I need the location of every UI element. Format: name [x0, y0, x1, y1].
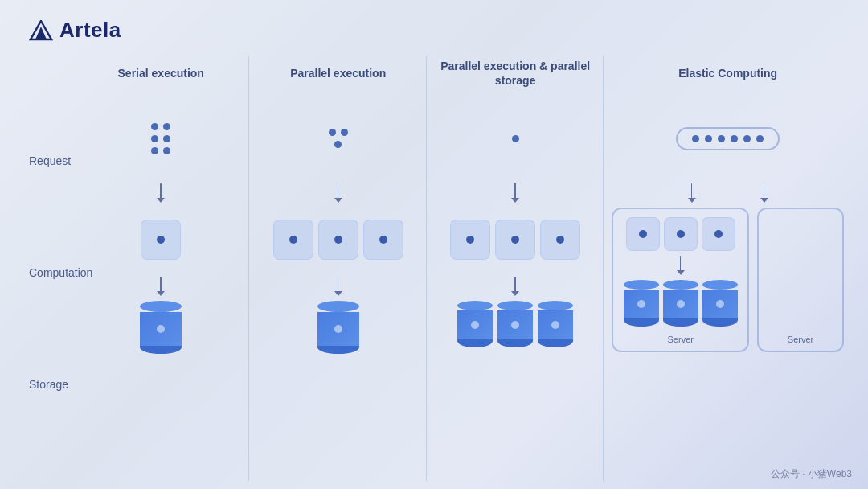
elastic-server-2-box: Server	[757, 208, 844, 352]
dot	[151, 135, 158, 142]
ps-cylinder-3	[538, 301, 573, 347]
logo-text: Artela	[59, 18, 121, 43]
serial-dots	[151, 123, 170, 154]
comp-dot	[556, 236, 564, 244]
comp-dot	[466, 236, 474, 244]
comp-dot	[639, 230, 647, 238]
dot	[512, 135, 519, 142]
dot	[163, 123, 170, 130]
comp-dot	[714, 230, 723, 238]
dot	[718, 135, 725, 142]
ps-comp-box-2	[495, 220, 535, 260]
artela-logo-icon	[29, 20, 53, 41]
column-elastic: Elastic Computing	[604, 48, 852, 489]
serial-storage-row	[80, 301, 241, 381]
dot	[756, 135, 764, 142]
serial-arrow-2	[157, 272, 165, 301]
elastic-arrows-row	[688, 179, 768, 208]
parallel-dots	[329, 129, 348, 148]
dot	[151, 123, 158, 130]
comp-dot	[334, 236, 342, 244]
serial-arrow-1	[157, 179, 165, 208]
comp-dot	[511, 236, 519, 244]
elastic-request-pill	[676, 127, 780, 150]
request-label: Request	[29, 154, 72, 167]
ps-comp-box-1	[450, 220, 490, 260]
parallel-computation-row	[257, 208, 418, 272]
dot	[329, 129, 336, 136]
column-parallel: Parallel execution	[249, 48, 426, 489]
elastic-request-row	[612, 98, 844, 179]
parallel-arrow-1	[334, 179, 342, 208]
ps-dots	[512, 135, 519, 142]
parallel-storage-row	[257, 301, 418, 381]
elastic-comp-box-2	[664, 217, 698, 251]
elastic-cyl-3	[702, 280, 738, 327]
elastic-arrow-right	[760, 183, 768, 203]
ps-cylinder-2	[497, 301, 533, 347]
column-parallel-storage-content	[427, 98, 604, 489]
dot	[692, 135, 699, 142]
comp-dot	[379, 236, 387, 244]
elastic-cyl-1	[624, 280, 659, 327]
parallel-cylinder	[317, 301, 359, 381]
serial-cylinder	[140, 301, 182, 381]
column-parallel-storage-title: Parallel execution & parallel storage	[427, 56, 604, 90]
column-elastic-title: Elastic Computing	[678, 56, 777, 90]
elastic-s1-storage-row	[624, 280, 738, 327]
elastic-servers-row: Server Server	[612, 208, 844, 352]
dot	[731, 135, 738, 142]
comp-dot	[677, 230, 685, 238]
parallel-request-row	[257, 98, 418, 179]
elastic-s1-arrow	[677, 256, 685, 275]
ps-arrow-1	[511, 179, 519, 208]
storage-label: Storage	[29, 378, 72, 391]
elastic-comp-box-3	[702, 217, 735, 251]
dot	[334, 141, 342, 148]
ps-storage-row	[435, 301, 596, 381]
serial-comp-box	[141, 220, 181, 260]
column-parallel-content	[249, 98, 426, 489]
serial-computation-row	[80, 208, 241, 272]
column-elastic-content: Server Server	[604, 98, 852, 489]
serial-request-row	[80, 98, 241, 179]
ps-request-row	[435, 98, 596, 179]
column-parallel-storage: Parallel execution & parallel storage	[427, 48, 604, 489]
diagram-area: Request Computation Storage Serial execu…	[0, 48, 868, 489]
logo: Artela	[29, 18, 121, 43]
parallel-arrow-2	[334, 272, 342, 301]
computation-label: Computation	[29, 266, 72, 279]
column-parallel-title: Parallel execution	[290, 56, 386, 90]
ps-computation-row	[435, 208, 596, 272]
ps-arrow-2	[511, 272, 519, 301]
comp-dot	[289, 236, 297, 244]
comp-dot	[157, 236, 165, 244]
server-1-label: Server	[668, 335, 694, 344]
ps-comp-box-3	[540, 220, 580, 260]
row-labels: Request Computation Storage	[0, 48, 72, 489]
column-serial-title: Serial execution	[118, 56, 204, 90]
server-2-label: Server	[788, 335, 813, 344]
elastic-cyl-2	[663, 280, 698, 327]
column-serial-content	[72, 98, 249, 489]
dot	[705, 135, 712, 142]
elastic-server-1-box: Server	[612, 208, 749, 352]
parallel-comp-box-3	[363, 220, 403, 260]
ps-cylinder-1	[457, 301, 493, 347]
dot	[341, 129, 348, 136]
dot	[151, 147, 158, 154]
watermark: 公众号 · 小猪Web3	[771, 467, 852, 481]
dot	[743, 135, 751, 142]
elastic-arrow-left	[688, 183, 696, 203]
elastic-s1-comp-row	[626, 217, 735, 251]
parallel-comp-box-2	[318, 220, 358, 260]
column-serial: Serial execution	[72, 48, 249, 489]
columns-area: Serial execution	[72, 48, 868, 489]
parallel-comp-box-1	[273, 220, 313, 260]
dot	[163, 135, 170, 142]
elastic-comp-box-1	[626, 217, 660, 251]
dot	[163, 147, 170, 154]
